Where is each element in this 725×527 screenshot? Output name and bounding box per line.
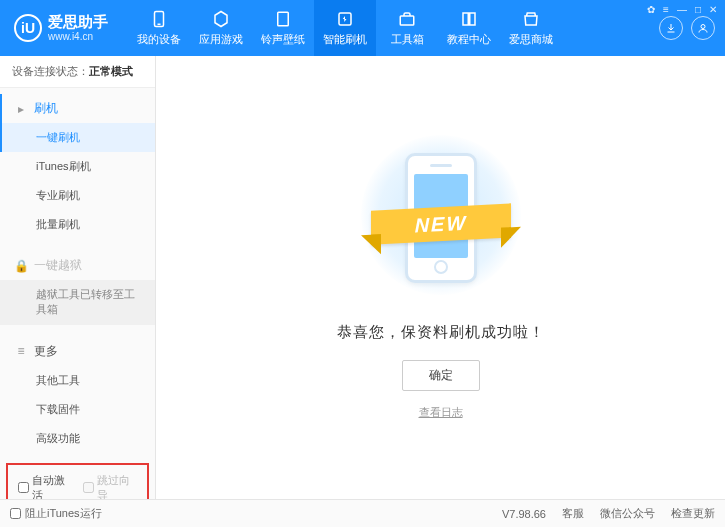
footer-update[interactable]: 检查更新 — [671, 506, 715, 521]
lock-icon: 🔒 — [14, 259, 28, 273]
book-icon — [459, 9, 479, 29]
sidebar-item-advanced[interactable]: 高级功能 — [0, 424, 155, 453]
auto-activate-checkbox[interactable]: 自动激活 — [18, 473, 73, 499]
flash-small-icon: ▸ — [14, 102, 28, 116]
close-icon[interactable]: ✕ — [709, 4, 717, 15]
view-log-link[interactable]: 查看日志 — [419, 405, 463, 420]
brand-title: 爱思助手 — [48, 14, 108, 31]
sidebar-head-flash[interactable]: ▸ 刷机 — [0, 94, 155, 123]
sidebar-item-batch-flash[interactable]: 批量刷机 — [0, 210, 155, 239]
minimize-icon[interactable]: — — [677, 4, 687, 15]
titlebar: ✿ ≡ — □ ✕ iU 爱思助手 www.i4.cn 我的设备 — [0, 0, 725, 56]
nav-tutorials[interactable]: 教程中心 — [438, 0, 500, 56]
nav-ringtones[interactable]: 铃声壁纸 — [252, 0, 314, 56]
nav-toolbox[interactable]: 工具箱 — [376, 0, 438, 56]
top-nav: 我的设备 应用游戏 铃声壁纸 智能刷机 — [128, 0, 659, 56]
window-controls: ✿ ≡ — □ ✕ — [647, 4, 717, 15]
footer-wechat[interactable]: 微信公众号 — [600, 506, 655, 521]
sidebar-jailbreak-note: 越狱工具已转移至工具箱 — [0, 280, 155, 325]
new-ribbon: NEW — [371, 203, 511, 244]
apps-icon — [211, 9, 231, 29]
svg-point-5 — [701, 25, 705, 29]
svg-rect-4 — [400, 16, 414, 25]
main-content: NEW 恭喜您，保资料刷机成功啦！ 确定 查看日志 — [156, 56, 725, 499]
header-actions — [659, 16, 715, 40]
maximize-icon[interactable]: □ — [695, 4, 701, 15]
user-button[interactable] — [691, 16, 715, 40]
phone-icon — [149, 9, 169, 29]
sidebar-head-jailbreak[interactable]: 🔒 一键越狱 — [0, 251, 155, 280]
flash-icon — [335, 9, 355, 29]
svg-rect-2 — [278, 12, 289, 26]
version-label: V7.98.66 — [502, 508, 546, 520]
sidebar: 设备连接状态：正常模式 ▸ 刷机 一键刷机 iTunes刷机 专业刷机 批量刷机… — [0, 56, 156, 499]
ok-button[interactable]: 确定 — [402, 360, 480, 391]
app-window: ✿ ≡ — □ ✕ iU 爱思助手 www.i4.cn 我的设备 — [0, 0, 725, 527]
connection-status: 设备连接状态：正常模式 — [0, 56, 155, 88]
nav-flash[interactable]: 智能刷机 — [314, 0, 376, 56]
toolbox-icon — [397, 9, 417, 29]
logo-icon: iU — [14, 14, 42, 42]
success-message: 恭喜您，保资料刷机成功啦！ — [337, 323, 545, 342]
nav-store[interactable]: 爱思商城 — [500, 0, 562, 56]
footer: 阻止iTunes运行 V7.98.66 客服 微信公众号 检查更新 — [0, 499, 725, 527]
download-button[interactable] — [659, 16, 683, 40]
music-icon — [273, 9, 293, 29]
skip-guide-checkbox[interactable]: 跳过向导 — [83, 473, 138, 499]
sidebar-item-pro-flash[interactable]: 专业刷机 — [0, 181, 155, 210]
block-itunes-checkbox[interactable]: 阻止iTunes运行 — [10, 506, 102, 521]
menu-icon[interactable]: ≡ — [663, 4, 669, 15]
settings-icon[interactable]: ✿ — [647, 4, 655, 15]
success-illustration: NEW — [361, 135, 521, 305]
sidebar-item-itunes-flash[interactable]: iTunes刷机 — [0, 152, 155, 181]
sidebar-item-other-tools[interactable]: 其他工具 — [0, 366, 155, 395]
nav-my-device[interactable]: 我的设备 — [128, 0, 190, 56]
store-icon — [521, 9, 541, 29]
option-checkboxes: 自动激活 跳过向导 — [6, 463, 149, 499]
sidebar-item-oneclick-flash[interactable]: 一键刷机 — [0, 123, 155, 152]
sidebar-head-more[interactable]: ≡ 更多 — [0, 337, 155, 366]
more-icon: ≡ — [14, 344, 28, 358]
sidebar-item-download-fw[interactable]: 下载固件 — [0, 395, 155, 424]
brand-logo: iU 爱思助手 www.i4.cn — [14, 14, 108, 42]
footer-support[interactable]: 客服 — [562, 506, 584, 521]
brand-url: www.i4.cn — [48, 31, 108, 42]
nav-apps[interactable]: 应用游戏 — [190, 0, 252, 56]
